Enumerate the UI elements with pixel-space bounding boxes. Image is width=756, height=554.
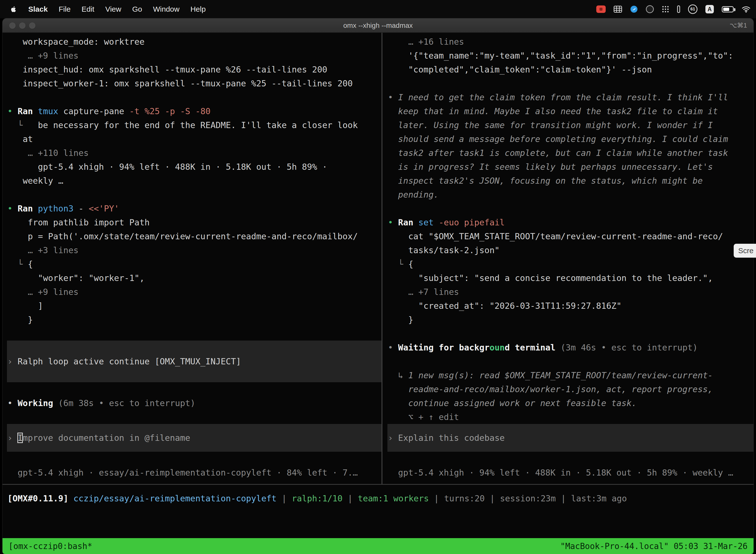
- terminal-line: • Working (6m 38s • esc to interrupt): [7, 396, 381, 410]
- terminal-line: pending.: [387, 188, 754, 202]
- terminal-line: p = Path('.omx/state/team/review-current…: [7, 229, 381, 243]
- battery-gauge-icon[interactable]: 61: [688, 4, 697, 14]
- terminal-line: }: [7, 313, 381, 327]
- terminal-line: tasks/task-2.json": [387, 243, 754, 257]
- terminal-line: [387, 202, 754, 215]
- battery-cap: [734, 8, 736, 11]
- window-titlebar: omx --xhigh --madmax ⌥⌘1: [2, 18, 754, 33]
- menu-item-file[interactable]: File: [59, 5, 70, 13]
- terminal-line: inspect task2's JSON, focusing on the st…: [387, 174, 754, 188]
- terminal-line: [7, 445, 381, 452]
- terminal-line: }: [387, 313, 754, 327]
- app-grid-icon[interactable]: [662, 5, 669, 13]
- screen-share-popup[interactable]: Scre: [734, 244, 756, 258]
- terminal-line: '{"team_name":"my-team","task_id":"1","f…: [387, 49, 754, 63]
- terminal-line: … +9 lines: [7, 49, 381, 63]
- menu-item-view[interactable]: View: [105, 5, 121, 13]
- minimize-button[interactable]: [19, 22, 25, 29]
- terminal-line: "worker": "worker-1",: [7, 271, 381, 285]
- terminal-line: "subject": "send a concise recommendatio…: [387, 271, 754, 285]
- menu-item-edit[interactable]: Edit: [82, 5, 94, 13]
- slim-app-icon[interactable]: [677, 5, 680, 13]
- terminal-line: gpt-5.4 xhigh · 94% left · 488K in · 5.1…: [7, 160, 381, 174]
- menu-bar: Slack FileEditViewGoWindowHelp 61 A: [0, 0, 756, 18]
- terminal-line: at: [7, 132, 381, 146]
- tmux-status-bar: [omx-cczip0:bash* "MacBook-Pro-44.local"…: [2, 538, 754, 554]
- terminal-line: [7, 452, 381, 466]
- terminal-line: ]: [7, 299, 381, 313]
- terminal-line: inspect_hud: omx sparkshell --tmux-pane …: [7, 63, 381, 76]
- disc-icon[interactable]: [646, 5, 654, 13]
- tmux-session: workspace_mode: worktree … +9 lines insp…: [2, 33, 754, 554]
- stop-icon: [600, 8, 603, 11]
- terminal-line: • Waiting for background terminal (3m 46…: [387, 340, 754, 354]
- pane-divider[interactable]: [381, 33, 382, 484]
- terminal-line: [7, 368, 381, 382]
- terminal-line: [387, 76, 754, 90]
- screen-recording-indicator-icon[interactable]: [596, 5, 606, 13]
- terminal-line: • Ran set -euo pipefail: [387, 215, 754, 229]
- terminal-line: • Ran python3 - <<'PY': [7, 202, 381, 215]
- terminal-line: cat "$OMX_TEAM_STATE_ROOT/team/review-cu…: [387, 229, 754, 243]
- menu-item-help[interactable]: Help: [190, 5, 206, 13]
- tmux-pane-right[interactable]: … +16 lines '{"team_name":"my-team","tas…: [383, 33, 754, 484]
- battery-level: [723, 8, 729, 11]
- terminal-line: keep that in mind. Maybe I also need the…: [387, 104, 754, 118]
- terminal-line: [387, 327, 754, 340]
- apple-menu-icon[interactable]: [10, 5, 17, 14]
- terminal-line: … +9 lines: [7, 285, 381, 299]
- terminal-line: gpt-5.4 xhigh · 94% left · 488K in · 5.1…: [387, 466, 754, 480]
- terminal-line: task2 after task1 is complete, but can I…: [387, 146, 754, 160]
- terminal-line: • Ran tmux capture-pane -t %25 -p -S -80: [7, 104, 381, 118]
- zoom-button[interactable]: [29, 22, 35, 29]
- terminal-line: … +7 lines: [387, 285, 754, 299]
- wifi-icon[interactable]: [742, 6, 751, 13]
- terminal-line: ↳ 1 new msg(s): read $OMX_TEAM_STATE_ROO…: [387, 368, 754, 382]
- terminal-line: ⌥ + ↑ edit: [387, 410, 754, 424]
- terminal-line: • I need to get the claim token from the…: [387, 90, 754, 104]
- menu-item-window[interactable]: Window: [153, 5, 180, 13]
- terminal-line: weekly …: [7, 174, 381, 188]
- omx-hud-statusline: [OMX#0.11.9] cczip/essay/ai-reimplementa…: [7, 491, 754, 505]
- terminal-line: is in progress? It seems likely but perh…: [387, 160, 754, 174]
- tmux-pane-left[interactable]: workspace_mode: worktree … +9 lines insp…: [2, 33, 381, 484]
- terminal-window: omx --xhigh --madmax ⌥⌘1 workspace_mode:…: [2, 18, 754, 554]
- terminal-line: [7, 327, 381, 340]
- terminal-line: from pathlib import Path: [7, 215, 381, 229]
- terminal-line: [7, 382, 381, 396]
- blue-app-icon[interactable]: [630, 5, 638, 13]
- menu-item-go[interactable]: Go: [132, 5, 142, 13]
- active-app-menu[interactable]: Slack: [28, 5, 48, 13]
- terminal-line: [7, 90, 381, 104]
- window-shortcut-hint: ⌥⌘1: [730, 21, 747, 29]
- input-source-icon[interactable]: A: [705, 5, 714, 13]
- window-title: omx --xhigh --madmax: [343, 21, 413, 30]
- terminal-line: should send a message before completing …: [387, 132, 754, 146]
- screen-share-popup-text: Scre: [738, 246, 754, 255]
- terminal-line: workspace_mode: worktree: [7, 35, 381, 49]
- input-source-letter: A: [708, 6, 712, 13]
- terminal-line: inspect_worker-1: omx sparkshell --tmux-…: [7, 76, 381, 90]
- battery-gauge-value: 61: [691, 7, 695, 12]
- tmux-session-window-label: [omx-cczip0:bash*: [8, 541, 92, 551]
- terminal-line: [387, 452, 754, 466]
- terminal-line: [7, 340, 381, 354]
- grid-icon[interactable]: [614, 6, 622, 13]
- terminal-line: [387, 445, 754, 452]
- terminal-line: gpt-5.4 xhigh · essay/ai-reimplementatio…: [7, 466, 381, 480]
- terminal-line: [387, 354, 754, 368]
- terminal-line: › Ralph loop active continue [OMX_TMUX_I…: [7, 354, 381, 368]
- terminal-line: readme-and-reco/mailbox/worker-1.json, a…: [387, 382, 754, 396]
- terminal-line: [7, 424, 381, 431]
- terminal-line: › Explain this codebase: [387, 431, 754, 445]
- close-button[interactable]: [9, 22, 15, 29]
- terminal-line: [387, 424, 754, 431]
- terminal-line: └ be necessary for the end of the README…: [7, 118, 381, 132]
- terminal-line: … +16 lines: [387, 35, 754, 49]
- terminal-line: later. Using the same for transition mig…: [387, 118, 754, 132]
- tmux-host-clock-label: "MacBook-Pro-44.local" 05:03 31-Mar-26: [560, 541, 748, 551]
- terminal-line: … +3 lines: [7, 243, 381, 257]
- terminal-line: … +110 lines: [7, 146, 381, 160]
- battery-icon[interactable]: [722, 6, 734, 12]
- terminal-line: [7, 188, 381, 202]
